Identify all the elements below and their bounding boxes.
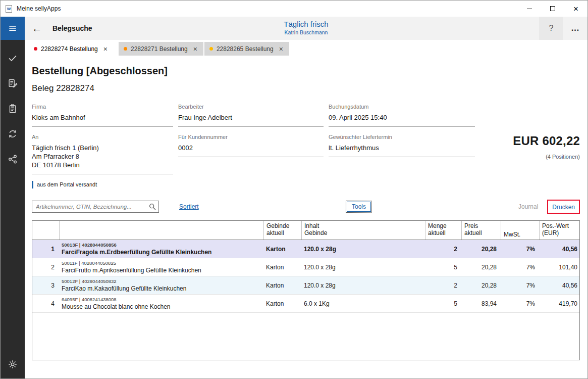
header-inhalt: Inhalt Gebinde [301, 221, 425, 240]
article-code: 50013F | 4028044050856 [62, 242, 261, 248]
maximize-icon [550, 6, 555, 11]
tab-close-icon[interactable]: × [102, 45, 109, 53]
cell-menge: 5 [425, 295, 461, 312]
document-title: Bestellung [Abgeschlossen] [32, 65, 580, 77]
document-tabs: 22828274 Bestellung × 22828271 Bestellun… [25, 40, 587, 56]
field-value: Kioks am Bahnhof [32, 113, 173, 127]
header-wert: Pos.-Wert (EUR) [539, 221, 580, 240]
status-dot-yellow [209, 47, 213, 51]
user-name[interactable]: Katrin Buschmann [284, 29, 328, 35]
journal-button[interactable]: Journal [518, 203, 538, 210]
page-title: Belegsuche [52, 24, 92, 32]
print-button[interactable]: Drucken [552, 204, 575, 211]
tab-bestellung-22828265[interactable]: 22828265 Bestellung × [204, 42, 289, 56]
field-liefertermin: Gewünschter Liefertermin lt. Lieferrhyth… [329, 134, 475, 157]
minimize-button[interactable] [518, 1, 541, 17]
document-number: Beleg 22828274 [32, 83, 580, 93]
table-header-row: Gebinde aktuell Inhalt Gebinde Menge akt… [32, 221, 579, 240]
sidebar [1, 17, 25, 379]
sidebar-item-tasks[interactable] [1, 47, 25, 69]
article-code: 50012F | 4028044050832 [62, 278, 261, 285]
sidebar-item-orders[interactable] [1, 98, 25, 120]
check-icon [7, 53, 18, 64]
field-an: An Täglich frisch 1 (Berlin) Am Pfarrack… [32, 134, 173, 174]
help-button[interactable]: ? [539, 17, 563, 40]
article-name: FarciFrutto m.Aprikosenfüllung Gefüllte … [62, 266, 261, 274]
cell-gebinde: Karton [263, 240, 301, 258]
cell-num: 3 [32, 276, 59, 294]
cell-gebinde: Karton [263, 258, 301, 276]
cell-mwst: 7% [501, 276, 539, 294]
header-gebinde: Gebinde aktuell [263, 221, 301, 240]
maximize-button[interactable] [541, 1, 564, 17]
clipboard-icon [7, 103, 18, 114]
cell-menge: 5 [425, 258, 461, 276]
minimize-icon [527, 9, 532, 9]
cell-menge: 2 [425, 276, 461, 294]
cell-article: 50012F | 4028044050832 FarciKao m.Kakaof… [59, 276, 263, 294]
cell-wert: 419,70 [539, 295, 580, 312]
cell-menge: 2 [425, 240, 461, 258]
sidebar-item-share[interactable] [1, 148, 25, 170]
search-wrap [32, 201, 159, 213]
field-bearbeiter: Bearbeiter Frau Inge Adelbert [178, 104, 324, 127]
window-controls: × [518, 1, 587, 17]
article-toolbar: Sortiert Tools Journal Drucken [32, 200, 580, 213]
tab-bestellung-22828274[interactable]: 22828274 Bestellung × [29, 42, 114, 56]
cell-preis: 20,28 [461, 276, 501, 294]
tab-bestellung-22828271[interactable]: 22828271 Bestellung × [119, 42, 203, 56]
field-value: Täglich frisch 1 (Berlin) Am Pfarracker … [32, 144, 173, 174]
fields-row-1: Firma Kioks am Bahnhof Bearbeiter Frau I… [32, 104, 580, 127]
status-dot-red [34, 47, 37, 51]
tab-close-icon[interactable]: × [192, 45, 198, 53]
field-value: 09. April 2025 15:40 [329, 113, 475, 127]
cell-article: 50013F | 4028044050856 FarciFragola m.Er… [59, 240, 263, 258]
positions-table: Gebinde aktuell Inhalt Gebinde Menge akt… [32, 220, 580, 360]
cell-inhalt: 120.0 x 28g [301, 258, 425, 276]
field-label: Gewünschter Liefertermin [329, 134, 475, 140]
close-button[interactable]: × [564, 1, 587, 17]
cell-article: 50011F | 4028044050825 FarciFrutto m.Apr… [59, 258, 263, 276]
search-icon[interactable] [149, 203, 156, 212]
gear-icon [7, 359, 18, 370]
document-content: Bestellung [Abgeschlossen] Beleg 2282827… [25, 56, 587, 379]
fields-row-2: An Täglich frisch 1 (Berlin) Am Pfarrack… [32, 134, 580, 174]
article-code: 50011F | 4028044050825 [62, 260, 261, 266]
print-button-highlight[interactable]: Drucken [547, 200, 580, 214]
table-row[interactable]: 4 64095F | 4008241438008 Mousse au Choco… [32, 295, 579, 313]
sort-link[interactable]: Sortiert [179, 203, 199, 210]
app-icon: W [6, 5, 12, 13]
field-firma: Firma Kioks am Bahnhof [32, 104, 173, 127]
hamburger-menu-button[interactable] [1, 17, 25, 40]
field-kundennummer: Für Kundennummer 0002 [178, 134, 324, 157]
sidebar-item-sync[interactable] [1, 123, 25, 145]
status-dot-orange [124, 47, 127, 51]
cell-gebinde: Karton [263, 295, 301, 312]
article-name: Mousse au Chocolat blanc ohne Kochen [62, 303, 261, 311]
tab-label: 22828265 Bestellung [217, 45, 274, 53]
field-value: 0002 [178, 144, 324, 157]
header-menge: Menge aktuell [425, 221, 461, 240]
back-button[interactable]: ← [25, 17, 49, 40]
app-window: { "window": { "title": "Meine sellyApps"… [0, 0, 588, 379]
customer-name: Täglich frisch [284, 20, 328, 28]
more-button[interactable]: … [563, 17, 587, 40]
table-row[interactable]: 2 50011F | 4028044050825 FarciFrutto m.A… [32, 258, 579, 276]
sidebar-item-settings[interactable] [1, 353, 25, 375]
share-icon [7, 154, 18, 165]
table-row[interactable]: 1 50013F | 4028044050856 FarciFragola m.… [32, 240, 579, 258]
order-total: EUR 602,22 [480, 134, 580, 148]
cell-mwst: 7% [501, 240, 539, 258]
titlebar: W Meine sellyApps × [1, 1, 587, 17]
cell-inhalt: 6.0 x 1Kg [301, 295, 425, 312]
sidebar-item-offers[interactable] [1, 72, 25, 94]
tab-close-icon[interactable]: × [278, 45, 284, 53]
table-row[interactable]: 3 50012F | 4028044050832 FarciKao m.Kaka… [32, 276, 579, 295]
sync-icon [7, 128, 18, 139]
tools-button[interactable]: Tools [347, 202, 371, 212]
cell-wert: 101,40 [539, 258, 580, 276]
positions-count: (4 Positionen) [480, 154, 580, 160]
order-total-block: EUR 602,22 (4 Positionen) [480, 134, 580, 160]
cell-num: 4 [32, 295, 59, 312]
article-search-input[interactable] [32, 201, 159, 213]
